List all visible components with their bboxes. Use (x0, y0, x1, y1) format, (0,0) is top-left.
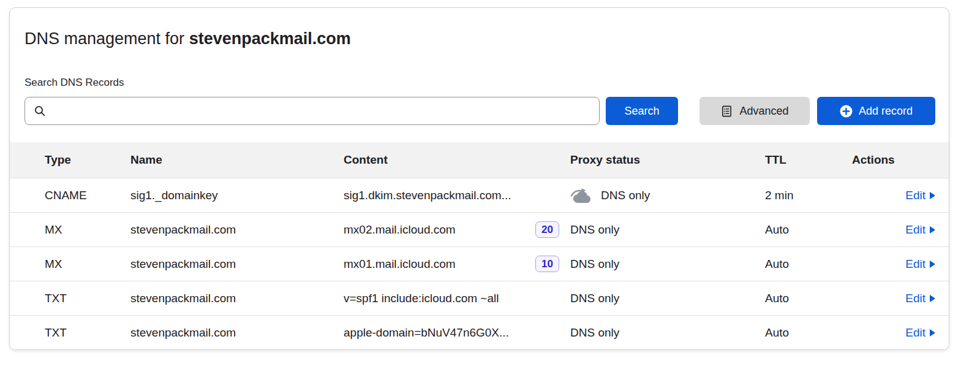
add-record-button-label: Add record (859, 105, 913, 118)
chevron-right-icon (930, 192, 935, 199)
edit-button[interactable]: Edit (905, 326, 935, 340)
chevron-right-icon (930, 295, 935, 302)
content-text: mx01.mail.icloud.com (344, 257, 456, 271)
proxy-status-text: DNS only (601, 189, 650, 202)
search-records-label: Search DNS Records (24, 77, 934, 89)
cell-type: MX (24, 257, 130, 271)
document-list-icon (720, 105, 733, 118)
header-ttl: TTL (765, 153, 852, 167)
table-row: TXT stevenpackmail.com apple-domain=bNuV… (10, 315, 949, 349)
edit-label: Edit (905, 326, 925, 340)
cell-ttl: 2 min (765, 189, 852, 202)
cell-name: stevenpackmail.com (130, 223, 344, 237)
cell-type: TXT (24, 326, 130, 340)
edit-button[interactable]: Edit (905, 223, 935, 237)
proxy-status-text: DNS only (570, 292, 619, 305)
chevron-right-icon (930, 329, 935, 337)
content-text: v=spf1 include:icloud.com ~all (344, 292, 499, 305)
table-row: CNAME sig1._domainkey sig1.dkim.stevenpa… (10, 178, 949, 212)
edit-button[interactable]: Edit (905, 257, 935, 271)
advanced-button-label: Advanced (739, 105, 788, 118)
cell-proxy-status: DNS only (570, 326, 765, 340)
search-input[interactable] (24, 97, 600, 125)
cell-content: sig1.dkim.stevenpackmail.com... (344, 189, 570, 202)
cell-actions: Edit (852, 326, 935, 340)
cell-type: TXT (24, 292, 130, 305)
dns-only-cloud-icon (570, 187, 594, 204)
table-body: CNAME sig1._domainkey sig1.dkim.stevenpa… (10, 178, 949, 349)
cell-proxy-status: DNS only (570, 187, 765, 204)
cell-name: sig1._domainkey (130, 189, 344, 202)
proxy-status-text: DNS only (570, 257, 619, 271)
content-text: apple-domain=bNuV47n6G0X... (344, 326, 509, 340)
header-actions: Actions (852, 153, 935, 167)
page-title: DNS management for stevenpackmail.com (10, 8, 949, 50)
cell-actions: Edit (852, 189, 935, 202)
table-row: TXT stevenpackmail.com v=spf1 include:ic… (10, 281, 949, 315)
edit-button[interactable]: Edit (905, 189, 935, 202)
chevron-right-icon (930, 226, 935, 234)
content-text: sig1.dkim.stevenpackmail.com... (344, 189, 511, 202)
page-title-prefix: DNS management for (24, 29, 189, 48)
edit-button[interactable]: Edit (905, 292, 935, 305)
advanced-button[interactable]: Advanced (699, 97, 810, 125)
dns-management-card: DNS management for stevenpackmail.com Se… (9, 7, 949, 350)
cell-actions: Edit (852, 223, 935, 237)
proxy-status-text: DNS only (570, 223, 619, 237)
search-button[interactable]: Search (606, 97, 678, 125)
chevron-right-icon (930, 261, 935, 268)
cell-actions: Edit (852, 292, 935, 305)
header-name: Name (130, 153, 344, 167)
cell-ttl: Auto (765, 292, 852, 305)
edit-label: Edit (905, 292, 925, 305)
cell-type: MX (24, 223, 130, 237)
edit-label: Edit (905, 257, 925, 271)
cell-type: CNAME (24, 189, 130, 202)
zone-domain-name: stevenpackmail.com (189, 29, 351, 48)
cell-proxy-status: DNS only (570, 223, 765, 237)
add-record-button[interactable]: Add record (817, 97, 935, 125)
cell-name: stevenpackmail.com (130, 257, 344, 271)
search-button-label: Search (624, 105, 659, 118)
header-content: Content (344, 153, 570, 167)
header-proxy-status: Proxy status (570, 153, 765, 167)
cell-actions: Edit (852, 257, 935, 271)
cell-content: v=spf1 include:icloud.com ~all (344, 292, 570, 305)
cell-ttl: Auto (765, 257, 852, 271)
table-row: MX stevenpackmail.com mx01.mail.icloud.c… (10, 246, 949, 281)
cell-name: stevenpackmail.com (130, 326, 344, 340)
priority-badge: 20 (535, 221, 559, 238)
table-header-row: Type Name Content Proxy status TTL Actio… (10, 142, 949, 178)
header-type: Type (24, 153, 130, 167)
plus-circle-icon (840, 105, 853, 118)
cell-content: apple-domain=bNuV47n6G0X... (344, 326, 570, 340)
edit-label: Edit (905, 189, 925, 202)
priority-badge: 10 (535, 256, 559, 272)
edit-label: Edit (905, 223, 925, 237)
cell-content: mx01.mail.icloud.com 10 (344, 256, 570, 272)
table-row: MX stevenpackmail.com mx02.mail.icloud.c… (10, 212, 949, 246)
search-box (24, 97, 600, 125)
cell-content: mx02.mail.icloud.com 20 (344, 221, 570, 238)
cell-proxy-status: DNS only (570, 257, 765, 271)
content-text: mx02.mail.icloud.com (344, 223, 456, 237)
cell-name: stevenpackmail.com (130, 292, 344, 305)
cell-ttl: Auto (765, 326, 852, 340)
search-controls-row: Search Advanced Add record (10, 97, 949, 125)
proxy-status-text: DNS only (570, 326, 619, 340)
dns-records-table: Type Name Content Proxy status TTL Actio… (10, 142, 949, 349)
cell-ttl: Auto (765, 223, 852, 237)
search-icon (33, 104, 47, 118)
cell-proxy-status: DNS only (570, 292, 765, 305)
